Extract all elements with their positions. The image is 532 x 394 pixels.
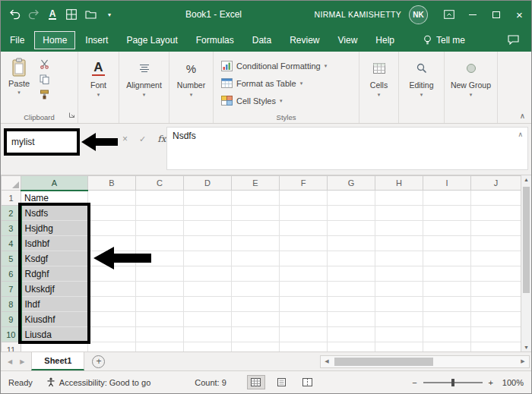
cell-F2[interactable] xyxy=(280,206,328,221)
cell-F10[interactable] xyxy=(280,327,328,342)
prev-sheet-icon[interactable]: ◀ xyxy=(8,358,12,365)
cell-A6[interactable]: Rdghf xyxy=(21,266,88,282)
cell-I3[interactable] xyxy=(423,221,471,236)
cell-B9[interactable] xyxy=(88,312,136,327)
cell-E7[interactable] xyxy=(232,282,280,297)
cell-F7[interactable] xyxy=(280,282,328,297)
cell-D9[interactable] xyxy=(184,312,232,327)
maximize-button[interactable] xyxy=(484,1,508,28)
column-header-D[interactable]: D xyxy=(184,176,232,191)
cell-C11[interactable] xyxy=(136,342,184,352)
cell-H2[interactable] xyxy=(375,206,423,221)
tab-help[interactable]: Help xyxy=(367,31,403,49)
cell-J5[interactable] xyxy=(471,251,521,266)
format-painter-button[interactable] xyxy=(37,89,51,100)
column-header-E[interactable]: E xyxy=(232,176,280,191)
tab-data[interactable]: Data xyxy=(244,31,280,49)
cell-G5[interactable] xyxy=(328,251,375,266)
cancel-button[interactable]: × xyxy=(122,134,128,144)
cell-H9[interactable] xyxy=(375,312,423,327)
cell-D7[interactable] xyxy=(184,282,232,297)
cell-D4[interactable] xyxy=(184,236,232,251)
cell-A1[interactable]: Name xyxy=(21,191,88,206)
cell-I7[interactable] xyxy=(423,282,471,297)
cell-A9[interactable]: Kiusdhf xyxy=(21,312,88,327)
column-header-I[interactable]: I xyxy=(423,176,471,191)
row-header-2[interactable]: 2 xyxy=(2,206,21,221)
cell-J8[interactable] xyxy=(471,297,521,312)
cell-J6[interactable] xyxy=(471,266,521,282)
cut-button[interactable] xyxy=(37,58,51,70)
row-header-9[interactable]: 9 xyxy=(2,312,21,327)
row-header-1[interactable]: 1 xyxy=(2,191,21,206)
cell-H7[interactable] xyxy=(375,282,423,297)
cell-G2[interactable] xyxy=(328,206,375,221)
cell-B7[interactable] xyxy=(88,282,136,297)
cell-A11[interactable] xyxy=(21,342,88,352)
cell-B4[interactable] xyxy=(88,236,136,251)
cell-H5[interactable] xyxy=(375,251,423,266)
font-group-button[interactable]: A Font ▾ xyxy=(78,52,119,123)
underline-button[interactable]: A xyxy=(46,8,59,21)
cell-A8[interactable]: Ihdf xyxy=(21,297,88,312)
column-header-F[interactable]: F xyxy=(280,176,328,191)
cell-G9[interactable] xyxy=(328,312,375,327)
cell-D5[interactable] xyxy=(184,251,232,266)
scroll-up-icon[interactable]: ▲ xyxy=(521,177,531,182)
cell-H1[interactable] xyxy=(375,191,423,206)
cell-D3[interactable] xyxy=(184,221,232,236)
sheet-tab-sheet1[interactable]: Sheet1 xyxy=(31,352,84,370)
tell-me-button[interactable]: Tell me xyxy=(423,35,465,46)
collapse-ribbon-button[interactable]: ∧ xyxy=(520,112,525,120)
zoom-out-button[interactable]: − xyxy=(412,378,416,387)
cell-E11[interactable] xyxy=(232,342,280,352)
cell-A10[interactable]: Liusda xyxy=(21,327,88,342)
column-header-C[interactable]: C xyxy=(136,176,184,191)
cells-group-button[interactable]: Cells ▾ xyxy=(359,52,399,123)
formula-bar-toggle[interactable]: ∧ xyxy=(518,131,523,138)
cell-E3[interactable] xyxy=(232,221,280,236)
cell-I10[interactable] xyxy=(423,327,471,342)
cell-I4[interactable] xyxy=(423,236,471,251)
comments-button[interactable] xyxy=(508,35,519,45)
page-break-view-button[interactable] xyxy=(299,376,316,389)
row-header-5[interactable]: 5 xyxy=(2,251,21,266)
cell-styles-button[interactable]: Cell Styles ▾ xyxy=(217,93,331,109)
tab-page-layout[interactable]: Page Layout xyxy=(118,31,185,49)
undo-button[interactable] xyxy=(8,8,21,21)
cell-A3[interactable]: Hsjdhg xyxy=(21,221,88,236)
cell-I11[interactable] xyxy=(423,342,471,352)
row-header-8[interactable]: 8 xyxy=(2,297,21,312)
cell-C3[interactable] xyxy=(136,221,184,236)
zoom-slider[interactable] xyxy=(423,382,483,383)
number-group-button[interactable]: % Number ▾ xyxy=(169,52,214,123)
cell-B8[interactable] xyxy=(88,297,136,312)
cell-E10[interactable] xyxy=(232,327,280,342)
avatar[interactable]: NK xyxy=(409,5,428,24)
row-header-3[interactable]: 3 xyxy=(2,221,21,236)
cell-C1[interactable] xyxy=(136,191,184,206)
scroll-down-icon[interactable]: ▼ xyxy=(521,345,531,350)
cell-D2[interactable] xyxy=(184,206,232,221)
cell-C8[interactable] xyxy=(136,297,184,312)
cell-C4[interactable] xyxy=(136,236,184,251)
open-folder-button[interactable] xyxy=(84,8,97,21)
cell-G10[interactable] xyxy=(328,327,375,342)
cell-E2[interactable] xyxy=(232,206,280,221)
copy-button[interactable] xyxy=(37,74,51,85)
horizontal-scroll-track[interactable] xyxy=(333,356,517,367)
cell-E4[interactable] xyxy=(232,236,280,251)
column-header-H[interactable]: H xyxy=(375,176,423,191)
customize-qat-button[interactable]: ▾ xyxy=(103,8,116,21)
cell-I2[interactable] xyxy=(423,206,471,221)
cell-B11[interactable] xyxy=(88,342,136,352)
tab-file[interactable]: File xyxy=(2,31,33,49)
row-header-11[interactable]: 11 xyxy=(2,342,21,352)
cell-D1[interactable] xyxy=(184,191,232,206)
cell-G8[interactable] xyxy=(328,297,375,312)
formula-input[interactable]: Nsdfs ∧ xyxy=(166,127,528,170)
cell-I5[interactable] xyxy=(423,251,471,266)
tab-review[interactable]: Review xyxy=(281,31,328,49)
vertical-scroll-thumb[interactable] xyxy=(523,187,530,293)
cell-F8[interactable] xyxy=(280,297,328,312)
